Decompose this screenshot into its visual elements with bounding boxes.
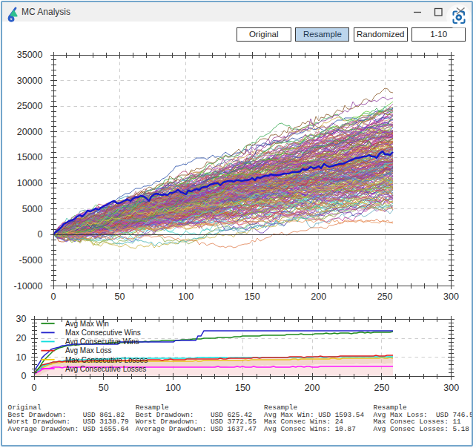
svg-text:30: 30	[16, 314, 27, 324]
svg-text:10: 10	[16, 352, 27, 363]
svg-text:-5000: -5000	[19, 255, 43, 266]
svg-text:20000: 20000	[17, 127, 43, 137]
svg-text:20: 20	[16, 333, 27, 343]
svg-text:Avg Consecutive Wins: Avg Consecutive Wins	[65, 337, 139, 346]
svg-text:5000: 5000	[22, 204, 43, 214]
svg-text:10000: 10000	[17, 178, 43, 188]
svg-text:50: 50	[114, 291, 125, 302]
svg-text:200: 200	[305, 383, 320, 393]
svg-text:300: 300	[443, 291, 459, 302]
svg-text:25000: 25000	[17, 101, 43, 111]
svg-text:50: 50	[99, 383, 109, 393]
svg-text:Avg Max Win: Avg Max Win	[65, 320, 109, 328]
svg-text:100: 100	[178, 291, 194, 302]
svg-text:250: 250	[374, 383, 389, 393]
svg-text:0: 0	[38, 229, 43, 240]
svg-text:30000: 30000	[17, 76, 43, 86]
svg-text:300: 300	[443, 383, 459, 393]
svg-text:Max Consecutive Losses: Max Consecutive Losses	[65, 356, 148, 364]
svg-text:15000: 15000	[17, 152, 43, 162]
svg-text:-10000: -10000	[14, 281, 43, 291]
svg-text:Avg Max Loss: Avg Max Loss	[65, 346, 112, 355]
svg-text:150: 150	[235, 383, 251, 393]
svg-text:150: 150	[245, 291, 260, 302]
svg-text:0: 0	[32, 383, 37, 393]
svg-text:0: 0	[22, 371, 27, 381]
svg-text:Max Consecutive Wins: Max Consecutive Wins	[65, 329, 141, 337]
svg-text:Avg Consecutive Losses: Avg Consecutive Losses	[65, 365, 146, 373]
svg-text:250: 250	[377, 291, 393, 302]
svg-text:200: 200	[311, 291, 326, 302]
svg-text:35000: 35000	[17, 50, 43, 60]
svg-text:100: 100	[165, 383, 181, 393]
svg-text:0: 0	[51, 291, 56, 302]
